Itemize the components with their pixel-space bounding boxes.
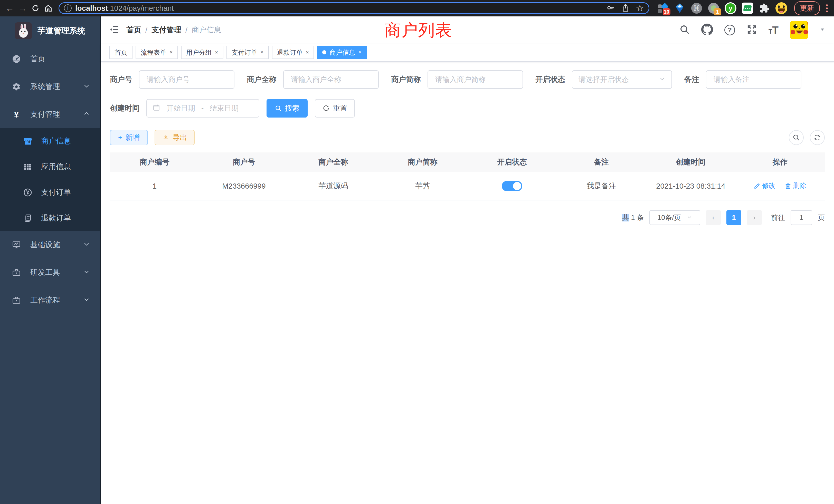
- shop-icon: [22, 137, 34, 146]
- browser-profile-avatar[interactable]: [775, 2, 788, 14]
- next-page-button[interactable]: ›: [747, 210, 762, 225]
- fullscreen-icon[interactable]: [746, 24, 757, 36]
- browser-reload-icon[interactable]: [30, 3, 41, 14]
- page-size-select[interactable]: 10条/页: [650, 210, 700, 225]
- tab-refund-order[interactable]: 退款订单×: [272, 46, 314, 59]
- share-icon[interactable]: [621, 3, 630, 13]
- sidebar-item-pay-order[interactable]: 支付订单: [0, 180, 100, 205]
- short-name-input[interactable]: [427, 70, 523, 89]
- status-select[interactable]: 请选择开启状态: [572, 70, 672, 89]
- sidebar-item-devtools[interactable]: 研发工具: [0, 259, 100, 287]
- close-icon[interactable]: ×: [170, 49, 173, 56]
- cell-create-time: 2021-10-23 08:31:14: [646, 172, 736, 200]
- cell-merchant-no: M233666999: [199, 172, 289, 200]
- breadcrumb-home[interactable]: 首页: [126, 25, 141, 35]
- export-button[interactable]: 导出: [155, 130, 195, 145]
- sidebar-collapse-icon[interactable]: [109, 24, 120, 36]
- pay-submenu: 商户信息 应用信息 支付订单 退款订单: [0, 128, 100, 231]
- close-icon[interactable]: ×: [306, 49, 309, 56]
- refresh-button[interactable]: [810, 130, 825, 145]
- status-label: 开启状态: [535, 74, 565, 85]
- browser-menu-icon[interactable]: [826, 4, 828, 12]
- caret-down-icon[interactable]: [820, 27, 825, 33]
- full-name-input[interactable]: [283, 70, 379, 89]
- cell-merchant-id: 1: [110, 172, 199, 200]
- sidebar-item-label: 系统管理: [30, 82, 60, 92]
- active-dot: [322, 50, 326, 54]
- reset-button[interactable]: 重置: [315, 99, 355, 117]
- tab-merchant-info[interactable]: 商户信息×: [317, 46, 367, 59]
- edit-link[interactable]: 修改: [754, 181, 775, 190]
- col-remark: 备注: [557, 153, 646, 172]
- font-size-icon[interactable]: TT: [769, 24, 778, 36]
- tab-pay-order[interactable]: 支付订单×: [226, 46, 269, 59]
- breadcrumb-pay[interactable]: 支付管理: [152, 25, 181, 35]
- goto-label: 前往: [771, 213, 785, 222]
- github-icon[interactable]: [701, 24, 713, 37]
- browser-back-icon[interactable]: ←: [4, 3, 16, 14]
- extensions-puzzle-icon[interactable]: [758, 2, 771, 14]
- user-avatar[interactable]: [790, 21, 808, 39]
- kite-extension-icon[interactable]: [674, 2, 686, 14]
- pencil-icon: [754, 182, 761, 189]
- toggle-search-button[interactable]: [789, 130, 804, 145]
- sidebar-item-label: 退款订单: [41, 213, 71, 223]
- download-icon: [162, 134, 170, 141]
- col-merchant-id: 商户编号: [110, 153, 199, 172]
- date-end-placeholder: 结束日期: [210, 104, 239, 113]
- browser-forward-icon[interactable]: →: [17, 3, 28, 14]
- prev-page-button[interactable]: ‹: [706, 210, 721, 225]
- password-key-icon[interactable]: [606, 3, 615, 13]
- merchant-no-label: 商户号: [110, 74, 132, 85]
- full-name-label: 商户全称: [247, 74, 277, 85]
- goto-page-input[interactable]: [791, 210, 812, 225]
- calendar-icon: [153, 104, 160, 113]
- gear-icon: [10, 83, 23, 91]
- chevron-down-icon: [83, 296, 90, 305]
- dictionary-extension-icon[interactable]: 10: [657, 2, 669, 14]
- chat-extension-icon[interactable]: [741, 2, 754, 14]
- breadcrumb-current: 商户信息: [192, 25, 221, 35]
- merchant-no-input[interactable]: [139, 70, 235, 89]
- sidebar-item-merchant-info[interactable]: 商户信息: [0, 128, 100, 154]
- sidebar-item-home[interactable]: 首页: [0, 45, 100, 73]
- address-bar[interactable]: i localhost:1024/pay/merchant ☆: [59, 2, 650, 14]
- sidebar-item-workflow[interactable]: 工作流程: [0, 287, 100, 314]
- status-toggle[interactable]: [502, 181, 522, 191]
- sidebar-item-infra[interactable]: 基础设施: [0, 231, 100, 259]
- app-logo-row[interactable]: 芋道管理系统: [0, 17, 100, 45]
- remark-input[interactable]: [706, 70, 802, 89]
- command-extension-icon[interactable]: ⌘: [690, 2, 703, 14]
- site-info-icon[interactable]: i: [64, 4, 72, 12]
- search-button[interactable]: 搜索: [266, 99, 308, 117]
- sidebar: 芋道管理系统 首页 系统管理 ¥ 支付管理: [0, 17, 100, 504]
- sidebar-item-refund-order[interactable]: 退款订单: [0, 205, 100, 231]
- bookmark-star-icon[interactable]: ☆: [636, 3, 644, 14]
- tab-user-group[interactable]: 用户分组×: [181, 46, 223, 59]
- add-button[interactable]: + 新增: [110, 130, 148, 145]
- tab-manager-extension-icon[interactable]: 1: [707, 2, 720, 14]
- tab-home[interactable]: 首页: [109, 46, 132, 59]
- sidebar-item-app-info[interactable]: 应用信息: [0, 154, 100, 180]
- page-1-button[interactable]: 1: [726, 210, 741, 225]
- create-time-range-picker[interactable]: 开始日期 - 结束日期: [146, 99, 259, 117]
- chevron-down-icon: [659, 75, 665, 84]
- col-short-name: 商户简称: [378, 153, 467, 172]
- browser-update-button[interactable]: 更新: [794, 1, 820, 15]
- tags-view-bar: 首页 流程表单× 用户分组× 支付订单× 退款订单× 商户信息×: [101, 44, 834, 62]
- short-name-label: 商户简称: [391, 74, 421, 85]
- delete-link[interactable]: 删除: [785, 181, 806, 190]
- header-search-icon[interactable]: [679, 24, 690, 36]
- y-extension-icon[interactable]: y: [724, 2, 737, 14]
- close-icon[interactable]: ×: [260, 49, 264, 56]
- browser-home-icon[interactable]: [43, 3, 54, 14]
- col-status: 开启状态: [467, 153, 557, 172]
- close-icon[interactable]: ×: [358, 49, 361, 56]
- sidebar-item-system[interactable]: 系统管理: [0, 73, 100, 100]
- sidebar-item-pay[interactable]: ¥ 支付管理: [0, 100, 100, 128]
- grid-icon: [22, 162, 34, 171]
- tab-process-form[interactable]: 流程表单×: [136, 46, 178, 59]
- toolbox-icon: [10, 268, 23, 277]
- help-icon[interactable]: ?: [724, 25, 735, 36]
- close-icon[interactable]: ×: [215, 49, 218, 56]
